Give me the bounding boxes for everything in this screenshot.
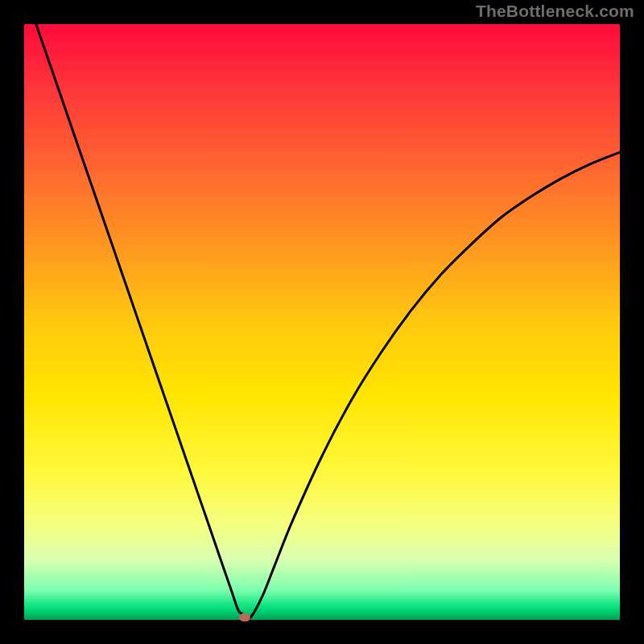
watermark-label: TheBottleneck.com [476, 2, 634, 21]
chart-frame: TheBottleneck.com [0, 0, 644, 644]
minimum-marker [239, 613, 250, 621]
bottleneck-curve [36, 24, 620, 618]
plot-area [24, 24, 620, 620]
curve-svg [24, 24, 620, 620]
